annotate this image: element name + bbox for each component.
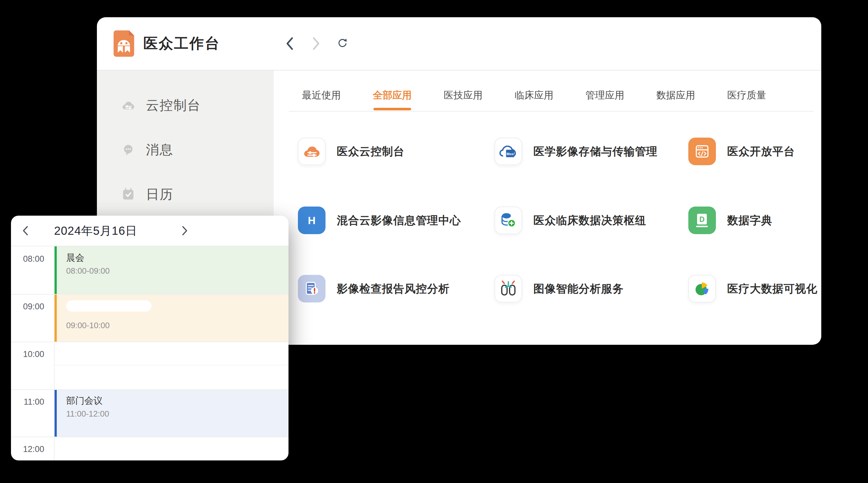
app-big-data-visualization[interactable]: 医疗大数据可视化	[688, 275, 817, 302]
app-label: 数据字典	[727, 213, 772, 228]
app-report-risk-analysis[interactable]: 影像检查报告风控分析	[298, 275, 450, 302]
event-time: 11:00-12:00	[66, 409, 288, 419]
tab-data-apps[interactable]: 数据应用	[656, 90, 695, 110]
event-time: 08:00-09:00	[66, 266, 288, 276]
content-area: 最近使用 全部应用 医技应用 临床应用 管理应用 数据应用 医疗质量	[274, 70, 821, 344]
app-logo-icon	[113, 30, 134, 57]
app-label: 医众临床数据决策枢纽	[533, 213, 646, 228]
refresh-icon	[336, 36, 349, 51]
sidebar-item-messages[interactable]: 消息	[97, 128, 274, 172]
tab-medtech-apps[interactable]: 医技应用	[444, 90, 483, 110]
nav-group	[283, 37, 349, 51]
sidebar-item-label: 云控制台	[146, 97, 201, 114]
sidebar-item-label: 消息	[146, 141, 174, 159]
app-image-ai-analysis[interactable]: 图像智能分析服务	[495, 275, 624, 302]
calendar-grid: 晨会 08:00-09:00 09:00-10:00 部门会议 11:00-12…	[11, 246, 288, 460]
calendar-panel: 2024年5月16日 晨会 08:00-09:00 09:00-10:00 部门…	[11, 216, 288, 460]
tab-medical-quality[interactable]: 医疗质量	[727, 90, 766, 110]
back-button[interactable]	[283, 37, 297, 51]
pie-chart-icon	[692, 279, 712, 299]
app-label: 医学影像存储与传输管理	[533, 144, 658, 159]
calendar-event-morning-meeting[interactable]: 晨会 08:00-09:00	[55, 246, 288, 294]
dictionary-book-icon: D	[692, 210, 712, 230]
chat-bubble-icon	[121, 142, 136, 157]
sidebar-item-calendar[interactable]: 日历	[97, 172, 274, 217]
cloud-sliders-icon	[302, 141, 322, 161]
tab-recently-used[interactable]: 最近使用	[302, 90, 341, 110]
app-label: 医疗大数据可视化	[727, 282, 817, 296]
app-label: 医众云控制台	[337, 144, 405, 159]
time-label: 09:00	[11, 301, 44, 312]
calendar-event-department-meeting[interactable]: 部门会议 11:00-12:00	[55, 389, 288, 437]
app-label: 混合云影像信息管理中心	[337, 213, 461, 228]
lungs-icon	[498, 279, 518, 299]
svg-text:D: D	[699, 215, 705, 223]
event-title: 部门会议	[66, 395, 288, 406]
app-label: 影像检查报告风控分析	[337, 282, 450, 296]
window-header: 医众工作台	[97, 17, 821, 70]
tab-clinical-apps[interactable]: 临床应用	[515, 90, 554, 110]
time-label: 10:00	[11, 349, 44, 359]
chevron-right-icon	[182, 226, 188, 236]
hour-line	[11, 437, 288, 437]
app-open-platform[interactable]: 医众开放平台	[688, 138, 795, 165]
chevron-right-icon	[311, 37, 321, 51]
time-label: 11:00	[11, 397, 44, 407]
app-cloud-console[interactable]: 医众云控制台	[298, 138, 405, 165]
time-gutter-divider	[54, 246, 55, 460]
event-time: 09:00-10:00	[66, 320, 288, 330]
svg-text:H: H	[308, 215, 316, 226]
tab-divider	[289, 111, 814, 111]
hour-line	[11, 389, 288, 390]
app-clinical-data-hub[interactable]: 医众临床数据决策枢纽	[495, 206, 646, 234]
chevron-left-icon	[284, 37, 295, 51]
hour-line	[11, 342, 288, 342]
calendar-next-button[interactable]	[178, 223, 192, 238]
app-data-dictionary[interactable]: D 数据字典	[688, 206, 772, 234]
code-window-icon	[692, 141, 712, 161]
refresh-button[interactable]	[336, 37, 349, 51]
app-label: 医众开放平台	[727, 144, 795, 159]
app-title: 医众工作台	[143, 34, 220, 53]
tab-all-apps[interactable]: 全部应用	[373, 90, 412, 110]
database-plus-icon	[498, 210, 518, 230]
calendar-event-redacted[interactable]: 09:00-10:00	[55, 294, 288, 342]
tab-management-apps[interactable]: 管理应用	[585, 90, 624, 110]
sidebar-item-cloud-console[interactable]: 云控制台	[97, 83, 274, 128]
forward-button[interactable]	[309, 37, 323, 51]
time-label: 08:00	[11, 254, 44, 264]
event-title-redacted-pill	[66, 300, 151, 312]
calendar-prev-button[interactable]	[19, 223, 32, 238]
letter-h-icon: H	[302, 210, 322, 230]
tab-bar: 最近使用 全部应用 医技应用 临床应用 管理应用 数据应用 医疗质量	[302, 90, 766, 110]
sidebar-item-label: 日历	[146, 186, 174, 203]
report-alert-icon	[302, 279, 322, 299]
cloud-sliders-icon	[121, 98, 136, 113]
half-hour-line	[55, 365, 288, 365]
chevron-left-icon	[22, 226, 29, 236]
time-label: 12:00	[11, 444, 44, 454]
app-medical-image-storage[interactable]: Mos 医学影像存储与传输管理	[495, 138, 658, 165]
calendar-date-label: 2024年5月16日	[42, 216, 149, 246]
calendar-check-icon	[121, 187, 136, 202]
cloud-mos-icon: Mos	[498, 141, 519, 162]
event-title: 晨会	[66, 252, 288, 263]
app-hybrid-cloud-imaging[interactable]: H 混合云影像信息管理中心	[298, 206, 461, 234]
svg-text:Mos: Mos	[506, 152, 514, 156]
app-label: 图像智能分析服务	[533, 282, 624, 296]
hour-line	[11, 294, 288, 295]
calendar-header: 2024年5月16日	[11, 216, 288, 246]
